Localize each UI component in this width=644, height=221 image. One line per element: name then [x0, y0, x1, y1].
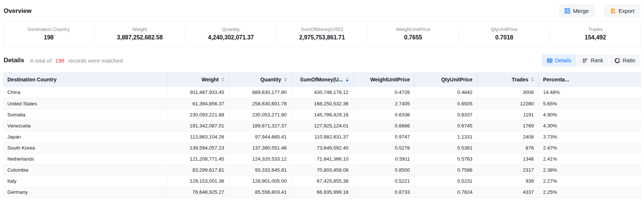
- cell-value: 73,649,592.40: [291, 142, 353, 153]
- cell-value: 0.4842: [414, 87, 477, 98]
- cell-destination-country: Colombia: [3, 164, 167, 175]
- cell-value: 124,320,533.12: [229, 153, 291, 164]
- table-row: Venezuela191,342,087.01189,671,327.37127…: [3, 120, 641, 131]
- table-row: Japan113,863,104.2697,944,685.41110,982,…: [3, 131, 641, 142]
- cell-value: 889,630,177.80: [229, 87, 291, 98]
- ratio-pie-icon: [615, 58, 620, 63]
- cell-value: 0.7824: [414, 186, 477, 197]
- cell-value: 137,390,551.46: [229, 142, 291, 153]
- col-header-label: WeightUnitPrice: [370, 77, 410, 83]
- cell-value: 93,332,645.81: [229, 164, 291, 175]
- stat-item-destination-country: Destination Country 198: [3, 26, 95, 42]
- cell-value: 2408: [477, 131, 538, 142]
- cell-value: 0.4726: [353, 87, 414, 98]
- stat-item-trades: Trades 154,492: [550, 26, 641, 42]
- stat-label: Trades: [550, 27, 641, 32]
- cell-value: 189,671,327.37: [229, 120, 291, 131]
- stat-value: 3,887,252,682.58: [95, 34, 185, 41]
- stat-label: SumOfMoney(USD): [277, 27, 367, 32]
- col-header-label: SumOfMoney(U...: [300, 77, 343, 83]
- matched-count: 198: [55, 57, 64, 64]
- details-table: Destination Country Weight Quantity SumO…: [3, 72, 641, 198]
- cell-value: 230,093,221.88: [167, 109, 229, 120]
- cell-destination-country: Italy: [3, 175, 167, 186]
- cell-value: 83,299,617.81: [167, 164, 229, 175]
- table-view-icon: [547, 58, 552, 63]
- sort-icon-trades[interactable]: [531, 77, 534, 82]
- cell-value: 139,594,057.23: [167, 142, 229, 153]
- cell-value: 0.5221: [353, 175, 414, 186]
- cell-value: 0.6745: [414, 120, 477, 131]
- cell-value: 4.90%: [538, 109, 641, 120]
- matched-summary: A total of 198 records were matched: [30, 57, 123, 64]
- cell-value: 1769: [477, 120, 538, 131]
- sort-icon-sumofmoney-desc-active[interactable]: [346, 77, 349, 82]
- cell-value: 97,944,685.41: [229, 131, 291, 142]
- rank-chart-icon: [583, 58, 588, 63]
- stat-label: QtyUnitPrice: [459, 27, 550, 32]
- view-toggle-ratio-label: Ratio: [623, 57, 635, 63]
- table-row: Germany76,648,925.2785,556,803.4166,935,…: [3, 186, 641, 197]
- cell-value: 71,641,366.10: [291, 153, 353, 164]
- export-button[interactable]: Export: [604, 4, 640, 18]
- cell-destination-country: South Korea: [3, 142, 167, 153]
- cell-value: 70,803,458.08: [291, 164, 353, 175]
- stat-item-sumofmoney: SumOfMoney(USD) 2,975,753,861.71: [277, 26, 368, 42]
- cell-value: 191,342,087.01: [167, 120, 229, 131]
- cell-value: 5.65%: [538, 98, 641, 109]
- cell-value: 0.6505: [414, 98, 477, 109]
- cell-value: 2.41%: [538, 153, 641, 164]
- col-header-qtyunitprice: QtyUnitPrice: [414, 72, 477, 87]
- col-header-quantity[interactable]: Quantity: [229, 72, 291, 87]
- cell-value: 61,394,856.37: [167, 98, 229, 109]
- cell-value: 66,935,999.18: [291, 186, 353, 197]
- stat-item-qtyunitprice: QtyUnitPrice 0.7018: [459, 26, 550, 42]
- stat-item-weightunitprice: WeightUnitPrice 0.7655: [368, 26, 459, 42]
- col-header-trades[interactable]: Trades: [477, 72, 538, 87]
- cell-value: 939: [477, 175, 538, 186]
- cell-value: 0.8733: [353, 186, 414, 197]
- cell-value: 0.6686: [353, 120, 414, 131]
- cell-value: 3008: [477, 87, 538, 98]
- stat-label: Destination Country: [3, 27, 94, 32]
- stat-value: 154,492: [550, 34, 641, 41]
- cell-value: 3.73%: [538, 131, 641, 142]
- col-header-sumofmoney[interactable]: SumOfMoney(U...: [291, 72, 353, 87]
- cell-value: 129,153,001.36: [167, 175, 229, 186]
- col-header-weight[interactable]: Weight: [167, 72, 229, 87]
- export-icon: [610, 8, 616, 14]
- cell-value: 0.5911: [353, 153, 414, 164]
- cell-value: 14.48%: [538, 87, 641, 98]
- cell-value: 2.38%: [538, 164, 641, 175]
- col-header-destination-country: Destination Country: [3, 72, 167, 87]
- top-actions: Merge Export: [559, 4, 640, 18]
- cell-value: 0.9747: [353, 131, 414, 142]
- cell-value: 230,053,271.80: [229, 109, 291, 120]
- view-toggle-rank[interactable]: Rank: [577, 54, 608, 67]
- cell-value: 0.5231: [414, 175, 477, 186]
- cell-value: 128,901,005.00: [229, 175, 291, 186]
- merge-icon: [565, 8, 570, 14]
- stat-value: 0.7018: [459, 34, 550, 41]
- stat-item-weight: Weight 3,887,252,682.58: [95, 26, 186, 42]
- cell-value: 2.25%: [538, 186, 641, 197]
- sort-icon-quantity[interactable]: [284, 77, 287, 82]
- table-row: Italy129,153,001.36128,901,005.0067,425,…: [3, 175, 641, 186]
- stat-value: 0.7655: [368, 34, 459, 41]
- view-toggle-ratio[interactable]: Ratio: [609, 54, 640, 67]
- sort-icon-weight[interactable]: [221, 77, 224, 82]
- cell-value: 85,556,803.41: [229, 186, 291, 197]
- view-toggle-rank-label: Rank: [591, 57, 603, 63]
- table-row: Netherlands121,208,771.45124,320,533.127…: [3, 153, 641, 164]
- col-header-weightunitprice: WeightUnitPrice: [353, 72, 414, 87]
- merge-button[interactable]: Merge: [559, 4, 595, 18]
- view-toggle-details[interactable]: Details: [542, 54, 576, 67]
- cell-destination-country: Netherlands: [3, 153, 167, 164]
- cell-value: 168,250,532.36: [291, 98, 353, 109]
- col-header-label: QtyUnitPrice: [441, 77, 473, 83]
- col-header-label: Trades: [512, 77, 528, 83]
- cell-destination-country: Germany: [3, 186, 167, 197]
- cell-value: 0.5276: [353, 142, 414, 153]
- details-title: Details: [4, 57, 24, 64]
- cell-value: 12280: [477, 98, 538, 109]
